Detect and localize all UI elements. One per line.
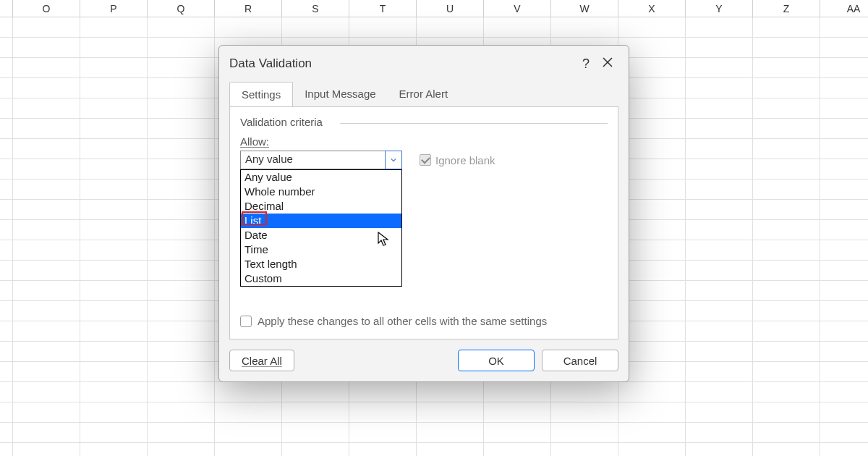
cell[interactable] (820, 342, 868, 362)
option-custom[interactable]: Custom (241, 271, 401, 286)
cell[interactable] (820, 240, 868, 261)
cell[interactable] (80, 17, 148, 38)
cell[interactable] (753, 281, 820, 301)
cell[interactable] (80, 281, 148, 301)
cell[interactable] (13, 240, 80, 261)
cell[interactable] (417, 382, 484, 402)
cell[interactable] (820, 58, 868, 78)
cell[interactable] (686, 342, 753, 362)
cell[interactable] (686, 240, 753, 261)
cell[interactable] (13, 281, 80, 301)
cell[interactable] (148, 362, 215, 382)
cell[interactable] (13, 17, 80, 38)
cell[interactable] (282, 17, 349, 38)
cell[interactable] (686, 362, 753, 382)
column-header[interactable]: R (215, 0, 282, 17)
option-text-length[interactable]: Text length (241, 257, 401, 271)
cell[interactable] (148, 342, 215, 362)
cell[interactable] (80, 301, 148, 321)
cell[interactable] (753, 321, 820, 342)
cell[interactable] (80, 58, 148, 78)
column-header[interactable]: S (282, 0, 349, 17)
cell[interactable] (215, 443, 282, 456)
cell[interactable] (148, 17, 215, 38)
cell[interactable] (349, 423, 417, 443)
cell[interactable] (215, 382, 282, 402)
cell[interactable] (148, 38, 215, 58)
cell[interactable] (417, 17, 484, 38)
cell[interactable] (13, 402, 80, 423)
option-any-value[interactable]: Any value (241, 170, 401, 185)
cell[interactable] (80, 423, 148, 443)
cell[interactable] (820, 321, 868, 342)
cell[interactable] (753, 98, 820, 119)
cell[interactable] (148, 200, 215, 220)
cell[interactable] (820, 38, 868, 58)
option-decimal[interactable]: Decimal (241, 199, 401, 214)
cell[interactable] (820, 362, 868, 382)
cell[interactable] (820, 98, 868, 119)
cell[interactable] (820, 119, 868, 139)
cell[interactable] (686, 159, 753, 180)
cell[interactable] (80, 443, 148, 456)
cell[interactable] (686, 301, 753, 321)
cell[interactable] (551, 17, 618, 38)
cell[interactable] (80, 78, 148, 98)
cell[interactable] (686, 139, 753, 159)
cell[interactable] (148, 321, 215, 342)
cell[interactable] (820, 281, 868, 301)
cell[interactable] (753, 261, 820, 281)
cell[interactable] (148, 301, 215, 321)
cell[interactable] (13, 139, 80, 159)
cell[interactable] (80, 261, 148, 281)
cell[interactable] (753, 382, 820, 402)
cell[interactable] (686, 58, 753, 78)
cell[interactable] (686, 402, 753, 423)
cell[interactable] (80, 139, 148, 159)
cell[interactable] (282, 423, 349, 443)
cell[interactable] (282, 382, 349, 402)
cell[interactable] (753, 301, 820, 321)
cell[interactable] (686, 423, 753, 443)
cell[interactable] (349, 443, 417, 456)
cell[interactable] (80, 200, 148, 220)
cell[interactable] (551, 423, 618, 443)
cell[interactable] (13, 261, 80, 281)
cell[interactable] (484, 443, 551, 456)
cell[interactable] (148, 220, 215, 240)
cell[interactable] (753, 17, 820, 38)
cell[interactable] (80, 382, 148, 402)
cell[interactable] (753, 443, 820, 456)
cell[interactable] (13, 301, 80, 321)
cell[interactable] (753, 220, 820, 240)
cell[interactable] (686, 17, 753, 38)
cell[interactable] (13, 119, 80, 139)
cell[interactable] (215, 17, 282, 38)
cell[interactable] (686, 200, 753, 220)
cell[interactable] (13, 382, 80, 402)
cell[interactable] (148, 119, 215, 139)
cell[interactable] (618, 402, 686, 423)
column-header[interactable]: U (417, 0, 484, 17)
cell[interactable] (148, 261, 215, 281)
cell[interactable] (820, 17, 868, 38)
cell[interactable] (753, 362, 820, 382)
cell[interactable] (753, 200, 820, 220)
column-header[interactable]: Y (686, 0, 753, 17)
cell[interactable] (820, 139, 868, 159)
cell[interactable] (80, 321, 148, 342)
cell[interactable] (551, 443, 618, 456)
cell[interactable] (148, 180, 215, 200)
cell[interactable] (753, 342, 820, 362)
cell[interactable] (686, 382, 753, 402)
help-button[interactable]: ? (575, 56, 597, 72)
cell[interactable] (820, 159, 868, 180)
cell[interactable] (13, 78, 80, 98)
cell[interactable] (13, 342, 80, 362)
cell[interactable] (80, 220, 148, 240)
cancel-button[interactable]: Cancel (542, 350, 618, 371)
option-date[interactable]: Date (241, 228, 401, 242)
cell[interactable] (753, 58, 820, 78)
cell[interactable] (148, 159, 215, 180)
apply-changes-checkbox[interactable] (240, 316, 252, 327)
